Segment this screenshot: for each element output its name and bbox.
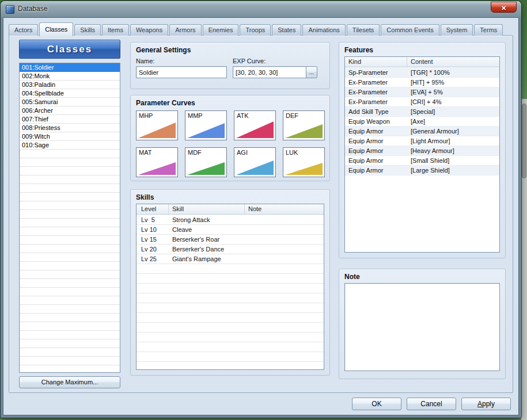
parameter-curves-group: Parameter Curves MHP MMP ATK — [130, 95, 330, 181]
class-list-item[interactable]: 010:Sage — [20, 141, 120, 150]
tab-actors[interactable]: Actors — [9, 24, 38, 36]
tab-system[interactable]: System — [441, 24, 473, 36]
note-title: Note — [339, 269, 505, 283]
tab-troops[interactable]: Troops — [240, 24, 271, 36]
close-button[interactable]: ✕ — [491, 2, 517, 13]
param-label: MAT — [139, 149, 175, 156]
skills-table-body[interactable]: Lv 5 Strong Attack Lv 10 Cleave — [137, 215, 324, 369]
feature-row[interactable]: Equip Armor [General Armour] — [345, 127, 499, 136]
class-list[interactable]: 001:Soldier 002:Monk 003:Paladin 004:Spe… — [19, 63, 120, 373]
skill-row[interactable]: Lv 5 Strong Attack — [137, 215, 324, 225]
middle-column: General Settings Name: EXP Curve: ... — [130, 42, 330, 376]
exp-curve-label: EXP Curve: — [233, 58, 317, 64]
skill-name: Berserker's Roar — [169, 235, 245, 245]
window-title: Database — [18, 5, 47, 13]
param-label: MHP — [139, 112, 175, 119]
skills-table[interactable]: Level Skill Note Lv 5 Strong Attack — [136, 204, 324, 370]
tab-armors[interactable]: Armors — [169, 24, 201, 36]
features-table-body[interactable]: Sp-Parameter [TGR] * 100% Ex-Parameter [… — [345, 68, 499, 252]
tab-skills[interactable]: Skills — [74, 24, 101, 36]
class-list-item[interactable]: 009:Witch — [20, 132, 120, 141]
feature-kind: Equip Armor — [345, 136, 407, 146]
feature-row[interactable]: Equip Armor [Large Shield] — [345, 166, 499, 175]
tab-enemies[interactable]: Enemies — [203, 24, 239, 36]
name-input[interactable] — [136, 66, 227, 78]
skill-row[interactable]: Lv 15 Berserker's Roar — [137, 235, 324, 245]
param-tile-mat[interactable]: MAT — [136, 147, 178, 177]
tab-tilesets[interactable]: Tilesets — [347, 24, 380, 36]
apply-button[interactable]: Apply — [461, 398, 511, 410]
skills-title: Skills — [131, 190, 329, 204]
class-list-item[interactable]: 004:Spellblade — [20, 89, 120, 98]
tab-animations[interactable]: Animations — [302, 24, 345, 36]
skill-note — [245, 245, 324, 254]
param-tile-def[interactable]: DEF — [283, 110, 325, 140]
class-list-item[interactable]: 006:Archer — [20, 106, 120, 115]
tab-weapons[interactable]: Weapons — [130, 24, 168, 36]
feature-kind: Ex-Parameter — [345, 87, 407, 97]
param-curve-graph — [236, 158, 274, 175]
column-header-content: Content — [407, 57, 499, 67]
skills-table-header: Level Skill Note — [137, 204, 324, 215]
ok-button[interactable]: OK — [352, 398, 401, 410]
class-list-item[interactable]: 008:Priestess — [20, 124, 120, 132]
change-maximum-button[interactable]: Change Maximum... — [19, 376, 120, 388]
param-tile-luk[interactable]: LUK — [283, 147, 325, 177]
class-list-item[interactable]: 003:Paladin — [20, 81, 120, 89]
feature-row[interactable]: Ex-Parameter [HIT] + 95% — [345, 78, 499, 87]
param-label: DEF — [286, 112, 322, 119]
note-input[interactable] — [344, 283, 500, 371]
feature-row[interactable]: Ex-Parameter [CRI] + 4% — [345, 97, 499, 107]
param-tile-mhp[interactable]: MHP — [136, 110, 178, 140]
feature-row[interactable]: Equip Armor [Light Armour] — [345, 136, 499, 146]
class-list-item-selected[interactable]: 001:Soldier — [20, 63, 120, 72]
param-tile-mdf[interactable]: MDF — [185, 147, 227, 177]
skill-level: Lv 10 — [137, 225, 169, 235]
skill-level: Lv 25 — [137, 254, 169, 264]
param-curve-graph — [138, 158, 176, 175]
tab-terms[interactable]: Terms — [474, 24, 503, 36]
tab-common-events[interactable]: Common Events — [381, 24, 439, 36]
feature-row[interactable]: Add Skill Type [Special] — [345, 107, 499, 117]
param-tile-atk[interactable]: ATK — [234, 110, 276, 140]
general-settings-group: General Settings Name: EXP Curve: ... — [130, 42, 330, 89]
feature-row[interactable]: Equip Armor [Small Shield] — [345, 156, 499, 166]
titlebar[interactable]: Database ✕ — [1, 1, 521, 17]
tab-states[interactable]: States — [272, 24, 301, 36]
class-list-item[interactable]: 002:Monk — [20, 72, 120, 81]
feature-content: [CRI] + 4% — [407, 97, 499, 106]
param-curve-graph — [187, 158, 225, 175]
class-list-item[interactable]: 005:Samurai — [20, 98, 120, 106]
feature-kind: Equip Weapon — [345, 117, 407, 126]
skill-row[interactable]: Lv 25 Giant's Rampage — [137, 254, 324, 264]
exp-curve-input[interactable] — [233, 66, 306, 78]
skill-row[interactable]: Lv 10 Cleave — [137, 225, 324, 235]
skill-note — [245, 254, 324, 264]
cancel-button[interactable]: Cancel — [407, 398, 456, 410]
tab-items[interactable]: Items — [102, 24, 129, 36]
feature-content: [EVA] + 5% — [407, 87, 499, 97]
param-tile-agi[interactable]: AGI — [234, 147, 276, 177]
exp-curve-browse-button[interactable]: ... — [306, 66, 317, 78]
feature-kind: Ex-Parameter — [345, 78, 407, 87]
feature-row[interactable]: Equip Armor [Heavy Armour] — [345, 146, 499, 156]
background-scrollbar-thumb[interactable] — [522, 104, 526, 178]
name-label: Name: — [136, 58, 227, 64]
class-list-item[interactable]: 007:Thief — [20, 115, 120, 124]
skill-row[interactable]: Lv 20 Berserker's Dance — [137, 245, 324, 254]
param-tile-mmp[interactable]: MMP — [185, 110, 227, 140]
database-window-icon — [6, 5, 14, 14]
classes-panel-header: Classes — [19, 40, 120, 59]
tab-classes[interactable]: Classes — [39, 22, 73, 36]
feature-row[interactable]: Equip Weapon [Axe] — [345, 117, 499, 127]
skill-level: Lv 20 — [137, 245, 169, 254]
features-table[interactable]: Kind Content Sp-Parameter [TGR] * 100% E… — [344, 56, 500, 253]
feature-content: [Axe] — [407, 117, 499, 126]
feature-row[interactable]: Sp-Parameter [TGR] * 100% — [345, 68, 499, 78]
feature-row[interactable]: Ex-Parameter [EVA] + 5% — [345, 87, 499, 97]
skill-note — [245, 215, 324, 225]
feature-kind: Ex-Parameter — [345, 97, 407, 106]
features-table-header: Kind Content — [345, 57, 499, 67]
background-editor-scrollbar[interactable] — [521, 99, 527, 420]
skill-level: Lv 15 — [137, 235, 169, 245]
